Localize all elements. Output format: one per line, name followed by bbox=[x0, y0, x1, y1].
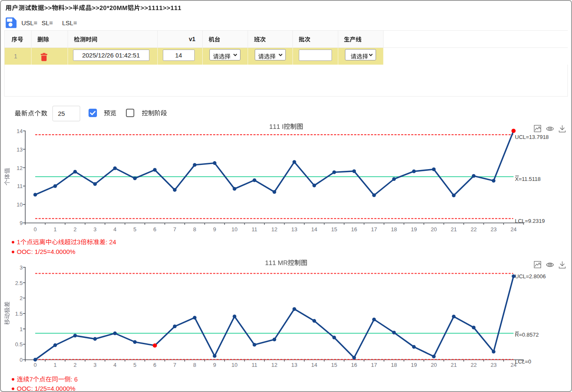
svg-text:15: 15 bbox=[331, 226, 337, 233]
svg-text:11: 11 bbox=[17, 183, 23, 189]
svg-text:4: 4 bbox=[113, 362, 116, 368]
svg-text:1: 1 bbox=[20, 326, 23, 332]
svg-text:1: 1 bbox=[54, 226, 57, 233]
svg-text:14: 14 bbox=[311, 226, 317, 233]
svg-text:16: 16 bbox=[351, 226, 357, 233]
svg-text:R=0.8572: R=0.8572 bbox=[515, 332, 539, 338]
svg-text:12: 12 bbox=[17, 165, 23, 171]
svg-text:12: 12 bbox=[272, 362, 277, 368]
svg-text:10: 10 bbox=[17, 201, 23, 208]
svg-text:13: 13 bbox=[291, 362, 297, 368]
svg-text:2.5: 2.5 bbox=[15, 280, 23, 286]
svg-text:19: 19 bbox=[411, 226, 417, 233]
svg-text:18: 18 bbox=[391, 362, 397, 368]
svg-text:UCL=13.7918: UCL=13.7918 bbox=[515, 134, 549, 140]
svg-text:3: 3 bbox=[94, 226, 97, 233]
svg-text:19: 19 bbox=[411, 362, 417, 368]
svg-text:10: 10 bbox=[232, 362, 238, 368]
svg-text:OOC: 1/25=4.0000%: OOC: 1/25=4.0000% bbox=[17, 385, 76, 392]
svg-text:0.5: 0.5 bbox=[15, 341, 23, 348]
svg-text:7: 7 bbox=[173, 362, 176, 368]
svg-text:18: 18 bbox=[391, 226, 397, 233]
svg-text:22: 22 bbox=[470, 362, 476, 368]
svg-text:14: 14 bbox=[17, 128, 23, 134]
svg-text:9: 9 bbox=[20, 220, 23, 226]
svg-text:8: 8 bbox=[193, 226, 196, 233]
svg-text:6: 6 bbox=[153, 362, 156, 368]
svg-text:X=11.5118: X=11.5118 bbox=[515, 176, 541, 182]
svg-text:9: 9 bbox=[213, 226, 216, 233]
svg-text:14: 14 bbox=[311, 362, 317, 368]
svg-text:5: 5 bbox=[133, 362, 136, 368]
svg-text:13: 13 bbox=[17, 146, 23, 153]
svg-text:21: 21 bbox=[451, 226, 457, 233]
svg-text:17: 17 bbox=[371, 226, 377, 233]
svg-text:0: 0 bbox=[34, 226, 37, 233]
svg-text:5: 5 bbox=[133, 226, 136, 233]
svg-text:20: 20 bbox=[431, 362, 436, 368]
svg-text:3: 3 bbox=[20, 264, 23, 271]
svg-text:10: 10 bbox=[232, 226, 238, 233]
svg-text:OOC: 1/25=4.0000%: OOC: 1/25=4.0000% bbox=[17, 248, 76, 255]
svg-text:2: 2 bbox=[73, 362, 76, 368]
svg-text:21: 21 bbox=[451, 362, 457, 368]
svg-text:15: 15 bbox=[331, 362, 337, 368]
svg-text:12: 12 bbox=[272, 226, 277, 233]
svg-text:23: 23 bbox=[491, 362, 496, 368]
svg-text:UCL=2.8006: UCL=2.8006 bbox=[515, 273, 546, 280]
svg-text:2: 2 bbox=[20, 295, 23, 301]
svg-text:0: 0 bbox=[20, 357, 23, 363]
svg-text:9: 9 bbox=[213, 362, 216, 368]
svg-text:17: 17 bbox=[371, 362, 377, 368]
svg-text:23: 23 bbox=[491, 226, 496, 233]
svg-text:8: 8 bbox=[193, 362, 196, 368]
svg-text:LCL=9.2319: LCL=9.2319 bbox=[515, 218, 545, 224]
svg-text:20: 20 bbox=[431, 226, 436, 233]
svg-text:1: 1 bbox=[54, 362, 57, 368]
svg-text:LCL=0: LCL=0 bbox=[515, 358, 531, 365]
svg-text:0: 0 bbox=[34, 362, 37, 368]
svg-text:6: 6 bbox=[153, 226, 156, 233]
svg-text:11: 11 bbox=[252, 226, 258, 233]
svg-text:11: 11 bbox=[252, 362, 258, 368]
svg-text:4: 4 bbox=[113, 226, 116, 233]
svg-text:2: 2 bbox=[73, 226, 76, 233]
svg-text:16: 16 bbox=[351, 362, 357, 368]
svg-text:7: 7 bbox=[173, 226, 176, 233]
svg-text:3: 3 bbox=[94, 362, 97, 368]
svg-text:13: 13 bbox=[291, 226, 297, 233]
svg-text:24: 24 bbox=[510, 226, 516, 233]
svg-text:22: 22 bbox=[470, 226, 476, 233]
svg-text:1.5: 1.5 bbox=[15, 311, 23, 317]
